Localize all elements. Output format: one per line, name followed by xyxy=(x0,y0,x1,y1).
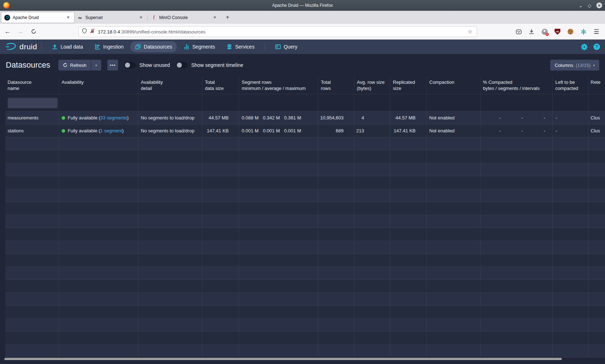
nav-divider xyxy=(41,43,42,50)
hamburger-menu-icon[interactable]: ☰ xyxy=(591,27,601,37)
window-minimize-icon[interactable]: ⌄ xyxy=(579,3,583,8)
page-title: Datasources xyxy=(6,60,50,70)
table-row-empty xyxy=(5,215,605,228)
reload-button[interactable] xyxy=(28,26,39,37)
nav-item-datasources[interactable]: Datasources xyxy=(130,41,177,52)
retention-cell: Clus xyxy=(589,124,605,137)
bookmark-star-icon[interactable]: ☆ xyxy=(466,28,474,35)
show-unused-toggle[interactable] xyxy=(124,62,136,68)
show-unused-label: Show unused xyxy=(139,62,170,68)
column-header-availability[interactable]: Availability xyxy=(59,76,138,94)
table-row-empty xyxy=(5,176,605,189)
column-header-retention[interactable]: Rete xyxy=(589,76,605,94)
window-title: Apache Druid — Mozilla Firefox xyxy=(0,3,605,8)
tab-close-icon[interactable]: ✕ xyxy=(65,14,71,21)
chevron-down-icon: ▾ xyxy=(593,63,595,67)
tab-close-icon[interactable]: ✕ xyxy=(212,14,218,21)
datasource-name-filter-input[interactable] xyxy=(8,97,58,108)
druid-favicon-icon xyxy=(4,15,10,21)
nav-item-segments[interactable]: Segments xyxy=(179,41,220,52)
window-maximize-icon[interactable]: ◇ xyxy=(588,3,591,8)
columns-count: (13/15) xyxy=(576,63,591,68)
show-segment-timeline-toggle[interactable] xyxy=(176,62,188,68)
tab-label: MinIO Console xyxy=(159,15,209,20)
table-row-empty xyxy=(5,150,605,163)
url-host: 172.18.0.4 xyxy=(98,29,120,35)
column-header-replicated-size[interactable]: Replicatedsize xyxy=(390,76,427,94)
window-titlebar: Apache Druid — Mozilla Firefox ⌄ ◇ ✕ xyxy=(0,0,605,11)
total-data-size-cell: 147.41 KB xyxy=(202,124,239,137)
table-row-empty xyxy=(5,163,605,176)
nav-item-services[interactable]: Services xyxy=(222,41,259,52)
downloads-icon[interactable] xyxy=(526,27,537,37)
table-row-empty xyxy=(5,306,605,319)
column-header-total-data-size[interactable]: Totaldata size xyxy=(202,76,239,94)
asterisk-extension-icon[interactable] xyxy=(578,27,588,37)
segments-link[interactable]: 33 segments xyxy=(100,115,127,120)
nav-item-query[interactable]: Query xyxy=(270,41,302,52)
status-dot-icon xyxy=(62,129,65,133)
extension-icon[interactable] xyxy=(539,27,550,37)
column-header-segment-rows[interactable]: Segment rowsminimum / average / maximum xyxy=(239,76,318,94)
availability-detail-cell: No segments to load/drop xyxy=(138,124,202,137)
nav-item-load-data[interactable]: Load data xyxy=(47,41,88,52)
nav-item-label: Query xyxy=(284,44,297,50)
compaction-cell: Not enabled xyxy=(427,112,480,124)
column-header-avg-row-size[interactable]: Avg. row size(bytes) xyxy=(354,76,390,94)
new-tab-button[interactable]: + xyxy=(223,13,232,22)
tab-apache-druid[interactable]: Apache Druid ✕ xyxy=(1,12,74,23)
left-to-compact-cell: - xyxy=(553,112,589,124)
tab-close-icon[interactable]: ✕ xyxy=(138,14,144,21)
toggle-knob xyxy=(125,63,130,68)
table-row-measurements[interactable]: measurements Fully available (33 segment… xyxy=(5,112,605,124)
column-header-pct-compacted[interactable]: % Compactedbytes / segments / intervals xyxy=(480,76,553,94)
insecure-lock-icon[interactable] xyxy=(90,28,95,35)
columns-button[interactable]: Columns (13/15) ▾ xyxy=(550,60,599,70)
ublock-origin-icon[interactable]: UO xyxy=(552,27,563,37)
url-bar[interactable]: 172.18.0.4:30899/unified-console.html#da… xyxy=(79,26,477,37)
more-actions-button[interactable]: ••• xyxy=(107,60,118,70)
table-row-empty xyxy=(5,293,605,306)
ingestion-icon xyxy=(95,44,100,50)
refresh-label: Refresh xyxy=(70,63,87,68)
tab-minio-console[interactable]: MinIO Console ✕ xyxy=(148,12,221,23)
column-header-total-rows[interactable]: Totalrows xyxy=(318,76,354,94)
datasources-table: Datasourcename Availability Availability… xyxy=(5,76,605,358)
cookie-extension-icon[interactable] xyxy=(565,27,575,37)
segment-rows-cell: 0.001 M0.001 M0.001 M xyxy=(239,124,318,137)
table-row-stations[interactable]: stations Fully available (1 segment) No … xyxy=(5,124,605,137)
tab-label: Apache Druid xyxy=(13,15,63,20)
table-filter-row xyxy=(5,94,605,112)
total-data-size-cell: 44.57 MB xyxy=(202,112,239,124)
url-text[interactable]: 172.18.0.4:30899/unified-console.html#da… xyxy=(98,29,466,35)
window-close-icon[interactable]: ✕ xyxy=(596,3,602,8)
table-row-empty xyxy=(5,137,605,150)
segment-rows-cell: 0.088 M0.342 M0.361 M xyxy=(239,112,318,124)
help-icon[interactable]: ? xyxy=(593,44,600,50)
table-row-empty xyxy=(5,319,605,332)
segments-link[interactable]: 1 segment xyxy=(100,128,122,133)
druid-logo[interactable]: druid xyxy=(5,42,37,51)
shield-icon[interactable] xyxy=(82,28,87,35)
column-header-left-to-be-compacted[interactable]: Left to becompacted xyxy=(553,76,589,94)
page-header: Datasources Refresh ▾ ••• Show unused Sh… xyxy=(0,54,605,76)
nav-item-ingestion[interactable]: Ingestion xyxy=(90,41,129,52)
tab-superset[interactable]: ∞ Superset ✕ xyxy=(74,12,147,23)
pocket-icon[interactable] xyxy=(514,27,524,37)
druid-logo-icon xyxy=(5,42,17,51)
toggle-knob xyxy=(177,63,182,68)
nav-divider xyxy=(265,43,265,50)
horizontal-scrollbar[interactable] xyxy=(4,358,562,360)
column-header-datasource-name[interactable]: Datasourcename xyxy=(5,76,59,94)
tab-strip: Apache Druid ✕ ∞ Superset ✕ MinIO Consol… xyxy=(0,11,605,24)
nav-item-label: Ingestion xyxy=(103,44,124,50)
superset-favicon-icon: ∞ xyxy=(77,15,83,21)
tab-label: Superset xyxy=(85,15,135,20)
back-button[interactable]: ← xyxy=(2,26,13,37)
avg-row-size-cell: 4 xyxy=(354,112,390,124)
column-header-compaction[interactable]: Compaction xyxy=(427,76,480,94)
refresh-button[interactable]: Refresh xyxy=(58,60,91,70)
refresh-interval-caret-button[interactable]: ▾ xyxy=(91,60,101,70)
column-header-availability-detail[interactable]: Availabilitydetail xyxy=(138,76,202,94)
settings-gear-icon[interactable] xyxy=(581,44,588,50)
